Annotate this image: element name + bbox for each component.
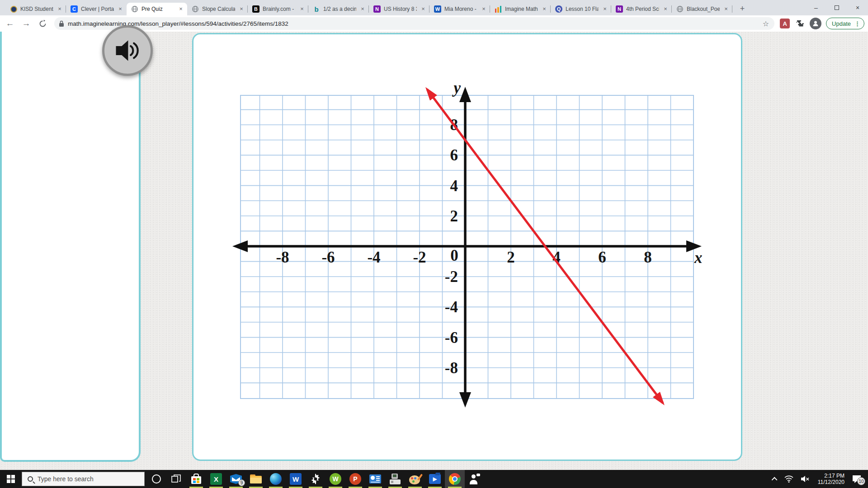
- maximize-button[interactable]: [826, 0, 847, 15]
- tab-close-icon[interactable]: ×: [541, 5, 548, 13]
- taskbar-settings-button[interactable]: [306, 470, 326, 488]
- url-text: math.imaginelearning.com/lesson_player/#…: [68, 20, 763, 27]
- network-status[interactable]: [781, 470, 797, 488]
- tab-close-icon[interactable]: ×: [177, 5, 184, 13]
- audio-play-button[interactable]: [102, 25, 153, 76]
- taskbar-app-icons: X9WWP▶: [146, 470, 485, 488]
- globe-icon: [192, 5, 199, 13]
- tab-close-icon[interactable]: ×: [56, 5, 63, 13]
- window-controls: – ×: [806, 0, 868, 15]
- taskbar-edge-button[interactable]: [266, 470, 286, 488]
- tab-title: Slope Calculat: [202, 6, 235, 12]
- taskbar-outlook-mail-button[interactable]: 9: [226, 470, 246, 488]
- browser-tab-us-history-8-3[interactable]: NUS History 8 3×: [369, 3, 429, 15]
- taskbar-3d-device-button[interactable]: [385, 470, 405, 488]
- tab-close-icon[interactable]: ×: [238, 5, 245, 13]
- browser-tab-mia-moreno[interactable]: WMia Moreno -×: [429, 3, 490, 15]
- address-bar[interactable]: math.imaginelearning.com/lesson_player/#…: [54, 17, 774, 30]
- bookmark-star-icon[interactable]: ☆: [763, 19, 769, 28]
- taskbar-paint-button[interactable]: [405, 470, 425, 488]
- profile-avatar[interactable]: [810, 18, 821, 29]
- browser-tab-1-2-as-a-decim[interactable]: b1/2 as a decim×: [308, 3, 369, 15]
- tick-label: -4: [445, 298, 458, 316]
- tab-title: 4th Period Sci: [626, 6, 659, 12]
- letter-favicon-icon: N: [616, 5, 623, 13]
- tick-label: 6: [450, 146, 458, 164]
- taskbar-file-explorer-button[interactable]: [246, 470, 266, 488]
- taskbar-excel-button[interactable]: X: [206, 470, 226, 488]
- tab-close-icon[interactable]: ×: [722, 5, 730, 13]
- tick-label: -4: [367, 249, 380, 266]
- acrobat-icon: A: [780, 19, 790, 28]
- word-icon: W: [290, 473, 302, 485]
- task-view-icon: [171, 474, 181, 484]
- taskbar-task-view-button[interactable]: [166, 470, 186, 488]
- browser-tab-4th-period-sci[interactable]: N4th Period Sci×: [611, 3, 672, 15]
- browser-tab-slope-calculat[interactable]: Slope Calculat×: [187, 3, 248, 15]
- tick-label: 6: [598, 249, 606, 266]
- browser-tab-clever-portal[interactable]: CClever | Portal×: [66, 3, 127, 15]
- taskbar-cortana-button[interactable]: [146, 470, 166, 488]
- tray-time: 2:17 PM: [818, 473, 844, 479]
- browser-tab-kisd-students[interactable]: KISD Students×: [5, 3, 66, 15]
- tick-label: 0: [450, 247, 458, 264]
- tray-clock[interactable]: 2:17 PM 11/12/2020: [813, 473, 849, 485]
- tick-label: x: [694, 249, 703, 267]
- tab-close-icon[interactable]: ×: [420, 5, 427, 13]
- letter-favicon-icon: Q: [555, 5, 562, 13]
- taskbar-movies-tv-button[interactable]: ▶: [425, 470, 445, 488]
- acrobat-extension-button[interactable]: A: [779, 18, 791, 29]
- tab-close-icon[interactable]: ×: [298, 5, 306, 13]
- tick-label: 2: [507, 249, 515, 266]
- forward-button[interactable]: →: [20, 17, 33, 30]
- taskbar-microsoft-store-button[interactable]: [186, 470, 206, 488]
- tab-title: Brainly.com - F: [263, 6, 296, 12]
- browser-tab-imagine-math[interactable]: Imagine Math×: [490, 3, 551, 15]
- taskbar-green-w-app-button[interactable]: W: [326, 470, 345, 488]
- tray-overflow-chevron[interactable]: [769, 470, 781, 488]
- minimize-button[interactable]: –: [806, 0, 826, 15]
- tab-list: KISD Students×CClever | Portal×Pre Quiz×…: [5, 3, 749, 15]
- taskbar-powerpoint-button[interactable]: P: [345, 470, 365, 488]
- taskbar-control-panel-button[interactable]: [365, 470, 385, 488]
- taskbar-people-button[interactable]: [465, 470, 485, 488]
- taskbar-search-input[interactable]: Type here to search: [22, 472, 145, 486]
- file-explorer-icon: [250, 474, 262, 483]
- green-w-app-icon: W: [330, 473, 341, 485]
- tick-label: 8: [644, 249, 652, 266]
- back-button[interactable]: ←: [4, 17, 16, 30]
- start-button[interactable]: [0, 470, 22, 488]
- browser-tab-brainly-com-f[interactable]: BBrainly.com - F×: [248, 3, 308, 15]
- update-label: Update: [832, 20, 851, 27]
- close-button[interactable]: ×: [847, 0, 868, 15]
- tab-favicon: [495, 5, 502, 13]
- tick-label: -6: [321, 249, 335, 266]
- screen: KISD Students×CClever | Portal×Pre Quiz×…: [0, 0, 868, 488]
- browser-tab-blackout-poet[interactable]: Blackout_Poet×: [672, 3, 732, 15]
- volume-status[interactable]: [797, 470, 813, 488]
- speaker-icon: [111, 35, 144, 66]
- letter-favicon-icon: C: [71, 5, 78, 13]
- taskbar-chrome-button[interactable]: [445, 470, 465, 488]
- tick-label: -2: [445, 268, 458, 286]
- reload-button[interactable]: [36, 17, 49, 30]
- browser-tab-pre-quiz[interactable]: Pre Quiz×: [127, 3, 187, 15]
- paint-icon: [409, 474, 421, 484]
- tab-close-icon[interactable]: ×: [359, 5, 366, 13]
- extensions-button[interactable]: [794, 18, 806, 29]
- action-center-button[interactable]: 10: [849, 470, 868, 488]
- tab-close-icon[interactable]: ×: [480, 5, 487, 13]
- movies-tv-icon: ▶: [429, 474, 441, 484]
- new-tab-button[interactable]: +: [736, 3, 749, 15]
- tab-title: Pre Quiz: [142, 6, 175, 12]
- tab-title: Mia Moreno -: [444, 6, 477, 12]
- browser-tab-lesson-10-flas[interactable]: QLesson 10 Flas×: [551, 3, 611, 15]
- tab-favicon: [131, 5, 138, 13]
- tab-close-icon[interactable]: ×: [601, 5, 609, 13]
- tab-close-icon[interactable]: ×: [117, 5, 124, 13]
- update-button[interactable]: Update ⋮: [826, 18, 864, 29]
- tick-label: -8: [276, 249, 289, 266]
- tab-favicon: C: [71, 5, 78, 13]
- taskbar-word-button[interactable]: W: [286, 470, 306, 488]
- tab-close-icon[interactable]: ×: [662, 5, 669, 13]
